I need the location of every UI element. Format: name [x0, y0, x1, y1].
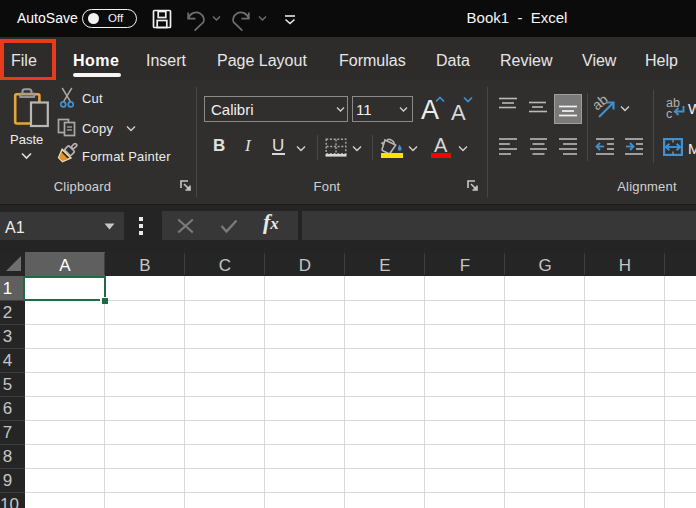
- svg-text:ab: ab: [594, 95, 611, 113]
